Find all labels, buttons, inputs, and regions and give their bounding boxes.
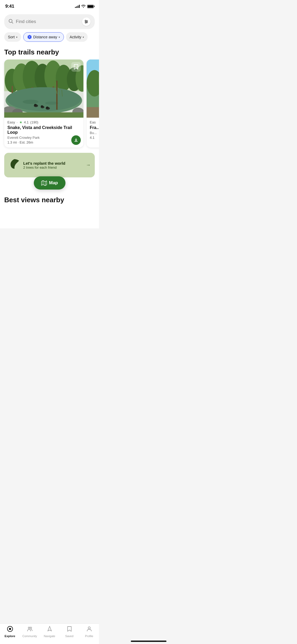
distance-chevron: ▾ bbox=[59, 36, 60, 39]
partial-trail-image bbox=[87, 59, 99, 118]
trail-image bbox=[4, 59, 83, 118]
search-container bbox=[0, 11, 99, 32]
svg-text:+: + bbox=[29, 36, 30, 38]
search-bar[interactable] bbox=[4, 14, 95, 29]
svg-rect-44 bbox=[87, 107, 99, 118]
promo-banner[interactable]: Let's replant the world 2 trees for each… bbox=[4, 153, 95, 177]
trail-card-partial[interactable]: Eas Fra... Bu... 4.1 bbox=[87, 59, 99, 148]
partial-trail-name: Fra... bbox=[90, 125, 99, 130]
promo-text: Let's replant the world 2 trees for each… bbox=[23, 161, 83, 169]
partial-trail-info: Eas Fra... Bu... 4.1 bbox=[87, 118, 99, 142]
svg-point-0 bbox=[9, 19, 12, 22]
bookmark-icon bbox=[74, 64, 78, 70]
promo-subtitle: 2 trees for each friend bbox=[23, 165, 83, 169]
trail-card[interactable]: Easy · ★ 4.1 (190) Snake, Vista and Cree… bbox=[4, 59, 83, 148]
main-content: Sort ▾ + Distance away ▾ Activity ▾ Top … bbox=[0, 11, 99, 228]
top-trails-title: Top trails nearby bbox=[0, 46, 99, 59]
star-icon: ★ bbox=[19, 120, 22, 124]
trails-scroll: Easy · ★ 4.1 (190) Snake, Vista and Cree… bbox=[0, 59, 99, 152]
activity-chevron: ▾ bbox=[83, 36, 84, 39]
search-input[interactable] bbox=[16, 19, 79, 24]
activity-chip[interactable]: Activity ▾ bbox=[66, 32, 88, 42]
map-button-container: Map bbox=[0, 176, 99, 190]
download-button[interactable] bbox=[71, 135, 81, 145]
battery-icon bbox=[87, 5, 94, 8]
trail-review-count: (190) bbox=[30, 120, 38, 124]
bookmark-button[interactable] bbox=[71, 62, 81, 72]
filter-button[interactable] bbox=[82, 17, 91, 26]
svg-point-4 bbox=[85, 20, 86, 21]
wifi-icon bbox=[81, 4, 86, 8]
map-icon bbox=[41, 180, 47, 186]
trail-meta: Easy · ★ 4.1 (190) bbox=[7, 120, 80, 124]
partial-trail-meta: Eas bbox=[90, 120, 99, 124]
distance-label: Distance away bbox=[33, 35, 57, 39]
trail-difficulty: Easy bbox=[7, 120, 15, 124]
map-label: Map bbox=[49, 180, 58, 186]
sliders-icon bbox=[84, 20, 88, 24]
trail-estimated-time: Est. 26m bbox=[20, 140, 33, 144]
partial-trail-svg bbox=[87, 59, 99, 118]
trail-distance: 1.3 mi bbox=[7, 140, 17, 144]
hexagon-plus-icon: + bbox=[27, 35, 32, 39]
sort-label: Sort bbox=[8, 35, 15, 39]
best-views-title: Best views nearby bbox=[0, 194, 99, 207]
trail-info: Easy · ★ 4.1 (190) Snake, Vista and Cree… bbox=[4, 118, 83, 148]
map-button[interactable]: Map bbox=[34, 176, 65, 190]
partial-difficulty: Eas bbox=[90, 120, 96, 124]
svg-point-5 bbox=[86, 21, 87, 22]
signal-icon bbox=[75, 5, 80, 8]
partial-trail-park: Bu... bbox=[90, 131, 99, 135]
trail-name: Snake, Vista and Creekside Trail Loop bbox=[7, 125, 80, 135]
trail-park: Everett Crowley Park bbox=[7, 136, 80, 140]
status-icons bbox=[75, 4, 94, 8]
partial-trail-rating: 4.1 bbox=[90, 136, 99, 140]
activity-label: Activity bbox=[70, 35, 81, 39]
status-bar: 9:41 bbox=[0, 0, 99, 11]
sort-chevron: ▾ bbox=[16, 36, 17, 39]
trail-stats: 1.3 mi · Est. 26m bbox=[7, 140, 80, 144]
filter-chips: Sort ▾ + Distance away ▾ Activity ▾ bbox=[0, 32, 99, 46]
status-time: 9:41 bbox=[5, 4, 14, 9]
leaf-icon bbox=[8, 158, 20, 172]
download-icon bbox=[74, 138, 78, 142]
promo-arrow: → bbox=[86, 162, 91, 168]
trail-rating: 4.1 bbox=[24, 120, 29, 124]
svg-point-6 bbox=[85, 22, 86, 23]
promo-title: Let's replant the world bbox=[23, 161, 83, 165]
search-icon bbox=[8, 19, 13, 25]
sort-chip[interactable]: Sort ▾ bbox=[4, 32, 21, 42]
distance-chip[interactable]: + Distance away ▾ bbox=[23, 32, 64, 42]
